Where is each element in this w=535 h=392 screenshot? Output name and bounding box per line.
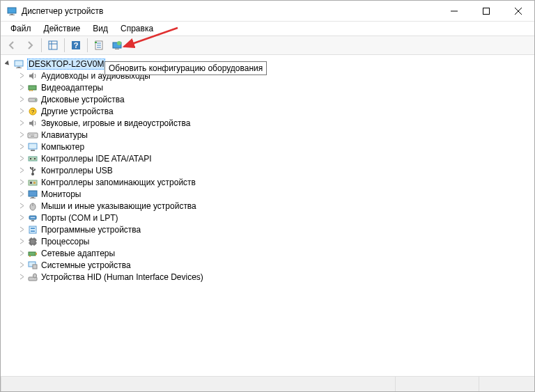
svg-rect-36 <box>29 143 37 149</box>
network-adapter-icon <box>27 248 38 259</box>
tree-item-usb-controllers[interactable]: Контроллеры USB <box>2 164 533 176</box>
help-button[interactable]: ? <box>68 38 84 53</box>
tooltip: Обновить конфигурацию оборудования <box>104 61 267 75</box>
svg-rect-16 <box>95 42 97 43</box>
svg-rect-32 <box>31 134 31 135</box>
svg-rect-57 <box>31 220 34 221</box>
menu-file[interactable]: Файл <box>5 22 37 35</box>
tree-item-ide-ata[interactable]: Контроллеры IDE ATA/ATAPI <box>2 152 533 164</box>
properties-button[interactable] <box>91 38 107 53</box>
svg-rect-0 <box>8 8 16 13</box>
svg-rect-60 <box>31 230 35 232</box>
status-cell <box>395 377 479 391</box>
tree-item-sound-game-video[interactable]: Звуковые, игровые и видеоустройства <box>2 117 533 129</box>
item-label: Сетевые адаптеры <box>41 249 115 258</box>
item-label: Процессоры <box>41 237 90 246</box>
item-label: Мыши и иные указывающие устройства <box>41 201 196 211</box>
ide-controller-icon <box>27 153 38 164</box>
expander-icon[interactable] <box>17 95 26 104</box>
svg-rect-37 <box>31 150 35 151</box>
expander-icon[interactable] <box>3 60 12 68</box>
tree-item-system-devices[interactable]: Системные устройства <box>2 259 533 271</box>
expander-icon[interactable] <box>17 226 26 234</box>
expander-icon[interactable] <box>17 155 26 163</box>
expander-icon[interactable] <box>17 214 26 222</box>
menu-action[interactable]: Действие <box>38 22 86 35</box>
expander-icon[interactable] <box>17 119 26 127</box>
tree-item-ports[interactable]: Порты (COM и LPT) <box>2 212 533 224</box>
svg-rect-33 <box>32 134 33 135</box>
tree-root[interactable]: DESKTOP-L2GV0M <box>2 58 533 70</box>
tree-item-network-adapters[interactable]: Сетевые адаптеры <box>2 247 533 259</box>
expander-icon[interactable] <box>17 166 26 175</box>
scan-hardware-button[interactable] <box>109 38 125 53</box>
expander-icon[interactable] <box>17 237 26 246</box>
root-label: DESKTOP-L2GV0M <box>27 58 105 70</box>
toolbar: ? <box>1 36 534 55</box>
expander-icon[interactable] <box>17 84 26 92</box>
expander-icon[interactable] <box>17 190 26 198</box>
svg-rect-47 <box>33 182 36 184</box>
forward-button[interactable] <box>22 38 38 53</box>
svg-rect-4 <box>483 8 490 14</box>
device-tree: DESKTOP-L2GV0M Аудиовходы и аудиовыходы … <box>2 58 533 283</box>
item-label: Клавиатуры <box>41 130 88 140</box>
maximize-button[interactable] <box>470 1 502 21</box>
disk-icon <box>27 94 38 105</box>
tree-item-audio-io[interactable]: Аудиовходы и аудиовыходы <box>2 70 533 81</box>
close-button[interactable] <box>502 1 534 21</box>
item-label: Устройства HID (Human Interface Devices) <box>41 272 203 282</box>
show-hide-console-tree-button[interactable] <box>45 38 61 53</box>
tree-item-keyboards[interactable]: Клавиатуры <box>2 129 533 141</box>
expander-icon[interactable] <box>17 261 26 269</box>
svg-point-19 <box>117 41 121 45</box>
expander-icon[interactable] <box>17 72 26 80</box>
system-device-icon <box>27 260 38 271</box>
svg-rect-23 <box>29 86 36 90</box>
computer-icon <box>13 58 24 70</box>
tree-item-storage-controllers[interactable]: Контроллеры запоминающих устройств <box>2 176 533 188</box>
svg-rect-31 <box>29 134 30 135</box>
expander-icon[interactable] <box>17 143 26 151</box>
software-device-icon <box>27 224 38 235</box>
other-device-icon: ? <box>27 106 38 117</box>
tree-item-other-devices[interactable]: ?Другие устройства <box>2 105 533 117</box>
expander-icon[interactable] <box>17 131 26 139</box>
menu-view[interactable]: Вид <box>87 22 114 35</box>
tree-item-mice[interactable]: Мыши и иные указывающие устройства <box>2 200 533 212</box>
minimize-button[interactable] <box>438 1 470 21</box>
expander-icon[interactable] <box>17 273 26 281</box>
window-controls <box>438 1 534 21</box>
item-label: Контроллеры USB <box>41 166 113 175</box>
tree-content[interactable]: DESKTOP-L2GV0M Аудиовходы и аудиовыходы … <box>1 55 534 376</box>
cpu-icon <box>27 236 38 247</box>
svg-rect-71 <box>36 253 37 255</box>
expander-icon[interactable] <box>17 107 26 116</box>
mouse-icon <box>27 201 38 212</box>
svg-point-55 <box>32 217 33 218</box>
expander-icon[interactable] <box>17 178 26 187</box>
tree-item-software-devices[interactable]: Программные устройства <box>2 224 533 235</box>
svg-rect-24 <box>29 90 31 91</box>
speaker-icon <box>27 70 38 81</box>
tree-item-display-adapters[interactable]: Видеоадаптеры <box>2 81 533 93</box>
computer-icon <box>27 141 38 152</box>
svg-text:?: ? <box>74 41 79 49</box>
tree-item-monitors[interactable]: Мониторы <box>2 188 533 200</box>
tree-item-disk-drives[interactable]: Дисковые устройства <box>2 93 533 105</box>
tree-item-computer[interactable]: Компьютер <box>2 141 533 152</box>
svg-rect-22 <box>16 68 22 68</box>
svg-point-27 <box>35 99 36 100</box>
item-label: Программные устройства <box>41 225 141 235</box>
menu-help[interactable]: Справка <box>115 22 159 35</box>
tree-item-processors[interactable]: Процессоры <box>2 235 533 247</box>
item-label: Мониторы <box>41 189 81 199</box>
tree-item-hid[interactable]: Устройства HID (Human Interface Devices) <box>2 271 533 283</box>
menubar: Файл Действие Вид Справка <box>1 22 534 36</box>
item-label: Контроллеры IDE ATA/ATAPI <box>41 154 152 164</box>
status-cell <box>1 377 395 391</box>
back-button[interactable] <box>3 38 20 53</box>
expander-icon[interactable] <box>17 202 26 210</box>
display-adapter-icon <box>27 82 38 93</box>
expander-icon[interactable] <box>17 249 26 258</box>
